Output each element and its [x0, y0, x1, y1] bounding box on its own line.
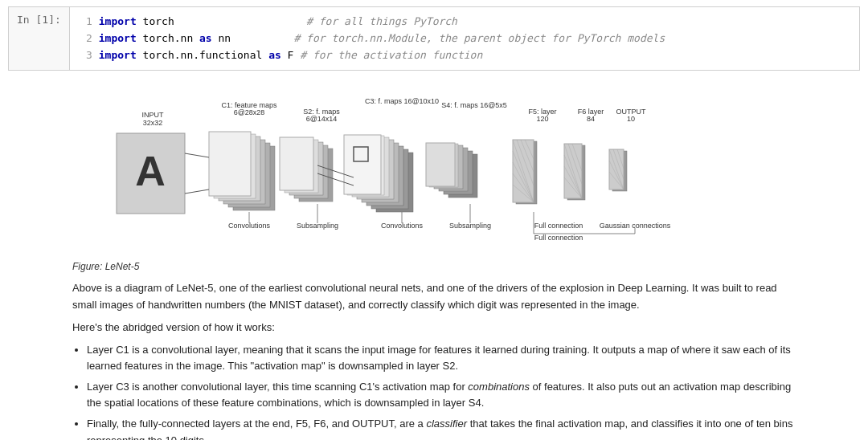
code-line-1: 1 import torch # for all things PyTorch — [80, 14, 850, 31]
code-cell: In [1]: 1 import torch # for all things … — [8, 6, 860, 71]
bullet-item-1: Layer C1 is a convolutional layer, meani… — [87, 342, 796, 374]
code-line-3: 3 import torch.nn.functional as F # for … — [80, 47, 850, 64]
code-line-2: 2 import torch.nn as nn # for torch.nn.M… — [80, 31, 850, 47]
bullet-item-3: Finally, the fully-connected layers at t… — [87, 416, 796, 440]
svg-text:S4: f. maps 16@5x5: S4: f. maps 16@5x5 — [441, 101, 507, 109]
bullet-list: Layer C1 is a convolutional layer, meani… — [87, 342, 796, 440]
svg-text:10: 10 — [627, 115, 635, 123]
svg-text:120: 120 — [536, 115, 548, 123]
figure-caption: Figure: LeNet-5 — [72, 261, 860, 272]
diagram-container: INPUT 32x32 C1: feature maps 6@28x28 S2:… — [8, 85, 860, 258]
svg-text:A: A — [135, 148, 166, 194]
svg-rect-34 — [344, 135, 381, 194]
code-text-2: import torch.nn as nn # for torch.nn.Mod… — [99, 31, 665, 47]
svg-line-68 — [185, 189, 209, 194]
cell-label: In [1]: — [9, 7, 70, 70]
notebook-body: INPUT 32x32 C1: feature maps 6@28x28 S2:… — [0, 71, 868, 440]
text-content: Above is a diagram of LeNet-5, one of th… — [8, 280, 860, 440]
line-num-1: 1 — [80, 14, 92, 31]
line-num-3: 3 — [80, 47, 92, 64]
svg-text:6@28x28: 6@28x28 — [234, 108, 265, 116]
lenet-diagram: INPUT 32x32 C1: feature maps 6@28x28 S2:… — [104, 93, 764, 250]
svg-text:C3: f. maps 16@10x10: C3: f. maps 16@10x10 — [365, 97, 439, 105]
svg-text:Full connection: Full connection — [534, 234, 583, 242]
line-num-2: 2 — [80, 31, 92, 47]
code-text-3: import torch.nn.functional as F # for th… — [99, 47, 482, 64]
code-content: 1 import torch # for all things PyTorch … — [70, 7, 859, 70]
comment-1: # for all things PyTorch — [306, 15, 457, 27]
svg-text:32x32: 32x32 — [143, 119, 163, 127]
bullet-item-2: Layer C3 is another convolutional layer,… — [87, 379, 796, 411]
comment-2: # for torch.nn.Module, the parent object… — [293, 32, 665, 44]
svg-text:Full connection: Full connection — [534, 222, 583, 230]
svg-rect-21 — [209, 132, 251, 196]
svg-rect-26 — [280, 137, 313, 190]
svg-rect-41 — [426, 143, 455, 186]
svg-text:84: 84 — [587, 115, 595, 123]
comment-3: # for the activation function — [300, 49, 482, 61]
svg-text:INPUT: INPUT — [142, 111, 165, 119]
code-text-1: import torch # for all things PyTorch — [99, 14, 457, 31]
svg-text:6@14x14: 6@14x14 — [306, 115, 338, 123]
paragraph-2: Here's the abridged version of how it wo… — [72, 320, 796, 336]
svg-line-67 — [185, 153, 209, 157]
paragraph-1: Above is a diagram of LeNet-5, one of th… — [72, 280, 796, 312]
